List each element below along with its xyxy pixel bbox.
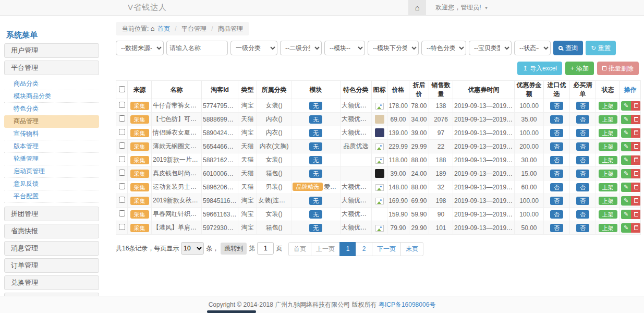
sidebar-item[interactable]: 版本管理: [4, 140, 99, 153]
sidebar-group[interactable]: 平台管理: [4, 61, 99, 75]
delete-button[interactable]: [631, 142, 641, 151]
row-checkbox[interactable]: [119, 156, 125, 162]
icp-link[interactable]: 粤ICP备16098006号: [379, 300, 435, 309]
sidebar-item[interactable]: 平台配置: [4, 190, 99, 203]
breadcrumb-home-link[interactable]: 首页: [157, 25, 170, 32]
status-toggle[interactable]: 上架: [599, 156, 617, 164]
import-select-toggle[interactable]: 否: [550, 197, 563, 205]
sidebar-item[interactable]: 商品管理: [4, 115, 99, 128]
batch-delete-button[interactable]: 批量删除: [597, 62, 639, 75]
filter-select[interactable]: --模块--: [324, 41, 365, 55]
must-buy-toggle[interactable]: 否: [576, 129, 589, 137]
edit-button[interactable]: ✎: [621, 101, 631, 111]
page-button[interactable]: 上一页: [311, 242, 340, 256]
delete-button[interactable]: [631, 223, 641, 233]
search-button[interactable]: 查询: [553, 41, 583, 55]
import-select-toggle[interactable]: 否: [550, 142, 563, 151]
must-buy-toggle[interactable]: 否: [576, 142, 589, 151]
delete-button[interactable]: [631, 155, 641, 165]
sidebar-item[interactable]: 模块商品分类: [4, 90, 99, 103]
page-button[interactable]: 首页: [288, 242, 311, 256]
edit-button[interactable]: ✎: [621, 210, 631, 219]
status-toggle[interactable]: 上架: [599, 197, 617, 205]
edit-button[interactable]: ✎: [621, 115, 631, 124]
must-buy-toggle[interactable]: 否: [576, 170, 589, 178]
status-toggle[interactable]: 上架: [599, 224, 617, 232]
delete-button[interactable]: [631, 101, 641, 111]
filter-select[interactable]: --状态--: [514, 41, 551, 55]
row-checkbox[interactable]: [119, 197, 125, 203]
filter-select[interactable]: --数据来源--: [116, 41, 164, 55]
sidebar-item[interactable]: 特色分类: [4, 103, 99, 115]
page-button[interactable]: 1: [339, 242, 356, 256]
page-button[interactable]: 下一页: [372, 242, 401, 256]
edit-button[interactable]: ✎: [621, 196, 631, 206]
sidebar-group[interactable]: 拼团管理: [4, 207, 99, 221]
name-search-input[interactable]: [166, 41, 228, 55]
must-buy-toggle[interactable]: 否: [576, 183, 589, 191]
edit-button[interactable]: ✎: [621, 169, 631, 178]
add-button[interactable]: + 添加: [565, 62, 594, 75]
import-select-toggle[interactable]: 否: [550, 170, 563, 178]
must-buy-toggle[interactable]: 否: [576, 197, 589, 205]
must-buy-toggle[interactable]: 否: [576, 115, 589, 124]
sidebar-group[interactable]: 兑换管理: [4, 275, 99, 290]
sidebar-item[interactable]: 轮播管理: [4, 153, 99, 165]
must-buy-toggle[interactable]: 否: [576, 210, 589, 219]
must-buy-toggle[interactable]: 否: [576, 156, 589, 164]
delete-button[interactable]: [631, 196, 641, 206]
jump-page-input[interactable]: [257, 242, 274, 255]
row-checkbox[interactable]: [119, 224, 125, 230]
status-toggle[interactable]: 上架: [599, 102, 617, 110]
home-button[interactable]: ⌂: [408, 0, 426, 15]
select-all-checkbox[interactable]: [119, 86, 125, 92]
delete-button[interactable]: [631, 210, 641, 219]
filter-select[interactable]: --二级分类--: [280, 41, 322, 55]
row-checkbox[interactable]: [119, 102, 125, 108]
must-buy-toggle[interactable]: 否: [576, 102, 589, 110]
sidebar-group[interactable]: 省惠快报: [4, 224, 99, 238]
must-buy-toggle[interactable]: 否: [576, 224, 589, 232]
sidebar-item[interactable]: 启动页管理: [4, 165, 99, 178]
import-select-toggle[interactable]: 否: [550, 102, 563, 110]
edit-button[interactable]: ✎: [621, 223, 631, 233]
edit-button[interactable]: ✎: [621, 155, 631, 165]
horizontal-scrollbar-thumb[interactable]: [207, 310, 256, 313]
delete-button[interactable]: [631, 128, 641, 138]
delete-button[interactable]: [631, 183, 641, 192]
import-select-toggle[interactable]: 否: [550, 210, 563, 219]
delete-button[interactable]: [631, 115, 641, 124]
reset-button[interactable]: ↻重置: [586, 41, 616, 55]
filter-select[interactable]: --模块下分类--: [368, 41, 419, 55]
row-checkbox[interactable]: [119, 170, 125, 176]
row-checkbox[interactable]: [119, 183, 125, 189]
sidebar-group[interactable]: 消息管理: [4, 241, 99, 256]
status-toggle[interactable]: 上架: [599, 115, 617, 124]
filter-select[interactable]: --宝贝类型--: [469, 41, 512, 55]
row-checkbox[interactable]: [119, 142, 125, 149]
status-toggle[interactable]: 上架: [599, 170, 617, 178]
status-toggle[interactable]: 上架: [599, 142, 617, 151]
row-checkbox[interactable]: [119, 129, 125, 135]
import-select-toggle[interactable]: 否: [550, 115, 563, 124]
page-button[interactable]: 末页: [400, 242, 423, 256]
status-toggle[interactable]: 上架: [599, 210, 617, 219]
row-checkbox[interactable]: [119, 115, 125, 122]
user-menu[interactable]: 欢迎您，管理员! ▾: [435, 3, 488, 12]
edit-button[interactable]: ✎: [621, 183, 631, 192]
status-toggle[interactable]: 上架: [599, 183, 617, 191]
filter-select[interactable]: --特色分类--: [421, 41, 466, 55]
import-select-toggle[interactable]: 否: [550, 156, 563, 164]
status-toggle[interactable]: 上架: [599, 129, 617, 137]
sidebar-group[interactable]: 订单管理: [4, 258, 99, 273]
row-checkbox[interactable]: [119, 210, 125, 216]
delete-button[interactable]: [631, 169, 641, 178]
import-excel-button[interactable]: ↥ 导入excel: [517, 62, 562, 75]
per-page-select[interactable]: 10: [181, 242, 204, 255]
filter-select[interactable]: 一级分类: [230, 41, 277, 55]
import-select-toggle[interactable]: 否: [550, 183, 563, 191]
page-button[interactable]: 2: [356, 242, 372, 256]
edit-button[interactable]: ✎: [621, 128, 631, 138]
sidebar-group[interactable]: 用户管理: [4, 43, 99, 58]
jump-button[interactable]: 跳转到: [221, 243, 247, 255]
